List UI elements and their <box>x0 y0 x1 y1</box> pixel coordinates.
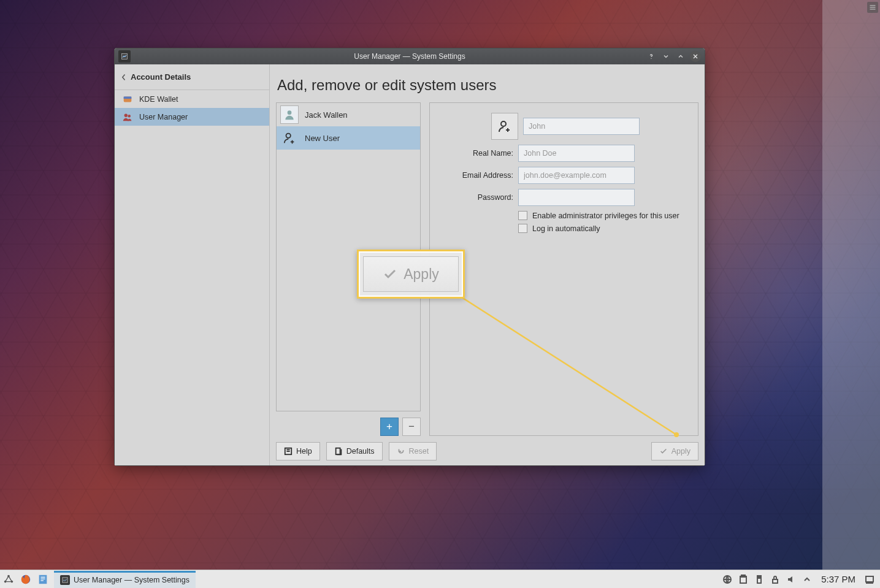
sidebar-item-label: KDE Wallet <box>139 95 178 104</box>
maximize-button[interactable] <box>675 51 686 62</box>
users-icon <box>122 112 133 123</box>
taskbar-entry-system-settings[interactable]: User Manager — System Settings <box>54 571 196 588</box>
email-input[interactable] <box>518 167 635 184</box>
window-title: User Manager — System Settings <box>115 52 705 61</box>
reset-button[interactable]: Reset <box>389 442 437 460</box>
svg-rect-2 <box>124 96 132 99</box>
svg-rect-16 <box>39 575 47 583</box>
apply-button[interactable]: Apply <box>651 442 698 460</box>
defaults-button[interactable]: Defaults <box>326 442 383 460</box>
tray-expand-icon[interactable] <box>802 574 813 585</box>
callout-zoom: Apply <box>357 250 465 299</box>
page-heading: Add, remove or edit system users <box>277 77 698 94</box>
autologin-checkbox-label: Log in automatically <box>532 224 600 233</box>
taskbar-entry-label: User Manager — System Settings <box>74 576 189 584</box>
choose-avatar-button[interactable] <box>491 113 518 140</box>
svg-point-6 <box>286 134 291 138</box>
system-tray: 5:37 PM <box>722 574 880 585</box>
network-icon[interactable] <box>722 574 733 585</box>
user-detail-form: Real Name: Email Address: Password: Enab… <box>429 102 698 436</box>
text-editor-launcher[interactable] <box>34 571 52 588</box>
password-input[interactable] <box>518 189 635 206</box>
application-launcher[interactable] <box>0 571 17 588</box>
volume-icon[interactable] <box>786 574 797 585</box>
svg-point-3 <box>124 113 128 116</box>
username-input[interactable] <box>523 118 640 135</box>
user-row-new[interactable]: New User <box>277 126 420 150</box>
svg-point-7 <box>501 121 506 126</box>
user-name: New User <box>305 134 340 143</box>
svg-point-5 <box>288 110 292 115</box>
sidebar-item-user-manager[interactable]: User Manager <box>115 108 269 126</box>
wallet-icon <box>122 94 133 105</box>
taskbar: User Manager — System Settings 5:37 PM <box>0 570 880 588</box>
remove-user-button[interactable]: − <box>402 418 421 436</box>
window-titlebar[interactable]: User Manager — System Settings <box>115 48 705 64</box>
svg-rect-24 <box>866 576 873 582</box>
clipboard-icon[interactable] <box>738 574 749 585</box>
realname-input[interactable] <box>518 145 635 162</box>
panel-toggle-button[interactable] <box>867 2 878 13</box>
main-panel: Add, remove or edit system users Jack Wa… <box>270 64 705 465</box>
password-label: Password: <box>440 193 513 202</box>
taskbar-clock[interactable]: 5:37 PM <box>817 574 859 584</box>
realname-label: Real Name: <box>440 149 513 158</box>
minimize-button[interactable] <box>660 51 671 62</box>
sidebar-back-label: Account Details <box>131 72 191 82</box>
user-row-existing[interactable]: Jack Wallen <box>277 103 420 126</box>
sidebar-item-label: User Manager <box>139 113 188 121</box>
email-label: Email Address: <box>440 171 513 180</box>
taskbar-entry-icon <box>60 575 70 585</box>
help-button[interactable]: Help <box>276 442 320 460</box>
lock-icon[interactable] <box>770 574 781 585</box>
svg-point-4 <box>128 114 131 117</box>
add-user-button[interactable]: + <box>380 418 399 436</box>
help-button[interactable] <box>646 51 657 62</box>
svg-rect-23 <box>773 579 778 583</box>
firefox-launcher[interactable] <box>17 571 34 588</box>
admin-checkbox[interactable] <box>518 211 527 220</box>
callout-label: Apply <box>404 266 439 283</box>
callout-apply-button: Apply <box>363 256 459 292</box>
autologin-checkbox[interactable] <box>518 224 527 233</box>
new-user-icon <box>280 129 299 147</box>
close-button[interactable] <box>690 51 701 62</box>
show-desktop-icon[interactable] <box>864 574 875 585</box>
settings-sidebar: Account Details KDE Wallet User Manager <box>115 64 270 465</box>
svg-rect-22 <box>758 576 760 578</box>
window-app-icon <box>118 50 131 63</box>
svg-rect-17 <box>63 578 67 582</box>
svg-rect-9 <box>335 448 340 455</box>
sidebar-back[interactable]: Account Details <box>115 64 269 90</box>
user-avatar-icon <box>280 105 299 124</box>
device-icon[interactable] <box>754 574 765 585</box>
sidebar-item-kde-wallet[interactable]: KDE Wallet <box>115 90 269 108</box>
user-name: Jack Wallen <box>305 110 348 120</box>
admin-checkbox-label: Enable administrator privileges for this… <box>532 212 679 220</box>
